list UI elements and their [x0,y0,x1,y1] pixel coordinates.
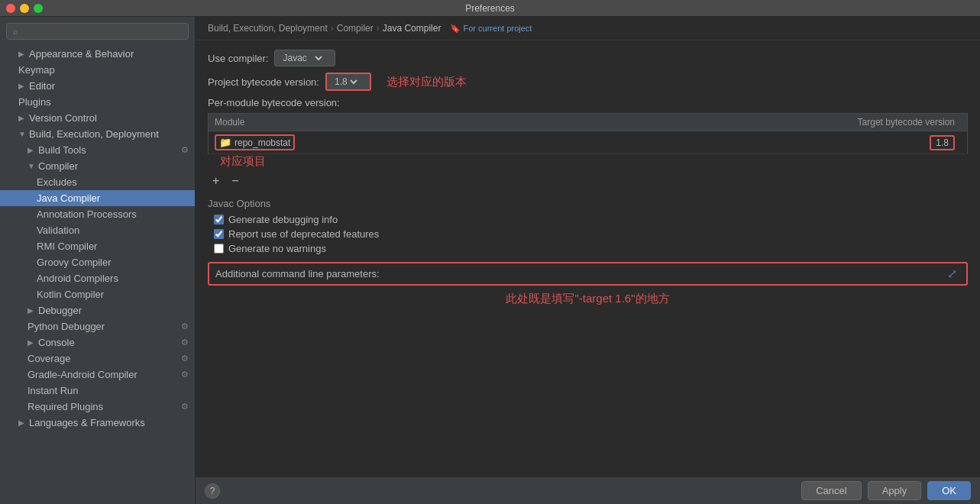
checkbox-deprecated[interactable] [214,229,224,239]
sidebar-item-java-compiler[interactable]: Java Compiler [0,190,195,206]
collapse-icon: ▼ [18,130,26,138]
table-row: 📁 repo_mobstat 1.8 [209,131,968,154]
javac-options-title: Javac Options [208,198,968,209]
sidebar-item-label: RMI Compiler [37,241,97,252]
sidebar-item-android-compilers[interactable]: Android Compilers [0,270,195,286]
sidebar-item-label: Groovy Compiler [37,257,112,268]
sidebar-item-keymap[interactable]: Keymap [0,62,195,78]
sidebar-item-compiler[interactable]: ▼ Compiler [0,158,195,174]
sidebar-item-languages[interactable]: ▶ Languages & Frameworks [0,415,195,431]
checkbox-deprecated-label[interactable]: Report use of deprecated features [228,228,379,240]
sidebar-item-editor[interactable]: ▶ Editor [0,78,195,94]
sidebar-item-label: Version Control [29,112,97,124]
sidebar-item-label: Plugins [18,96,51,108]
search-input[interactable] [21,26,182,37]
checkbox-warnings[interactable] [214,244,224,254]
window-title: Preferences [465,3,515,14]
sidebar-item-label: Validation [37,225,79,236]
breadcrumb-suffix: 🔖 For current project [450,24,532,34]
sidebar-item-required-plugins[interactable]: Required Plugins ⚙ [0,399,195,415]
params-input[interactable] [386,268,938,279]
cancel-button[interactable]: Cancel [801,481,861,500]
sidebar-item-excludes[interactable]: Excludes [0,174,195,190]
sidebar-item-build-tools[interactable]: ▶ Build Tools ⚙ [0,142,195,158]
sidebar-item-instant-run[interactable]: Instant Run [0,383,195,399]
collapse-icon: ▶ [27,338,35,347]
sidebar-item-label: Build Tools [38,144,86,156]
params-row: Additional command line parameters: ⤢ [208,262,968,286]
sidebar-item-python-debugger[interactable]: Python Debugger ⚙ [0,318,195,334]
sidebar-item-version-control[interactable]: ▶ Version Control [0,110,195,126]
sidebar-item-label: Java Compiler [37,192,100,204]
gear-icon: ⚙ [181,338,189,347]
collapse-icon: ▶ [27,306,35,315]
checkbox-row-warnings: Generate no warnings [208,243,968,254]
breadcrumb: Build, Execution, Deployment › Compiler … [196,17,980,40]
gear-icon: ⚙ [181,321,189,331]
sidebar-item-label: Build, Execution, Deployment [29,128,159,140]
collapse-icon: ▶ [18,50,26,58]
use-compiler-label: Use compiler: [208,53,268,64]
checkbox-debug-label[interactable]: Generate debugging info [228,214,338,225]
breadcrumb-sep1: › [331,23,334,34]
sidebar-item-plugins[interactable]: Plugins [0,94,195,110]
sidebar-item-label: Excludes [37,176,77,188]
content-panel: Build, Execution, Deployment › Compiler … [196,17,980,504]
params-label: Additional command line parameters: [215,268,380,279]
sidebar-item-rmi-compiler[interactable]: RMI Compiler [0,238,195,254]
project-bytecode-select-wrapper[interactable]: 1.8 1.7 1.6 [325,73,371,91]
collapse-icon: ▶ [18,114,26,122]
sidebar-item-console[interactable]: ▶ Console ⚙ [0,334,195,351]
checkbox-debug[interactable] [214,215,224,225]
sidebar-item-label: Console [38,337,75,348]
main-container: ⌕ ▶ Appearance & Behavior Keymap ▶ Edito… [0,17,980,504]
sidebar-item-label: Python Debugger [27,321,105,332]
maximize-button[interactable] [34,4,43,13]
folder-icon: 📁 [219,137,231,148]
sidebar-item-label: Appearance & Behavior [29,48,134,60]
sidebar-item-label: Required Plugins [27,401,103,412]
project-bytecode-row: Project bytecode version: 1.8 1.7 1.6 选择… [208,73,968,91]
module-cell: 📁 repo_mobstat [209,131,547,154]
gear-icon: ⚙ [181,354,189,363]
checkbox-row-debug: Generate debugging info [208,214,968,225]
apply-button[interactable]: Apply [868,481,922,500]
expand-icon[interactable]: ⤢ [944,267,960,281]
sidebar-item-coverage[interactable]: Coverage ⚙ [0,351,195,367]
checkbox-row-deprecated: Report use of deprecated features [208,228,968,240]
module-name: repo_mobstat [234,137,290,148]
breadcrumb-part1: Build, Execution, Deployment [208,23,328,34]
search-icon: ⌕ [13,27,18,36]
sidebar-item-label: Editor [29,80,55,92]
sidebar-item-label: Annotation Processors [37,208,137,220]
sidebar-item-appearance[interactable]: ▶ Appearance & Behavior [0,46,195,62]
sidebar-item-debugger[interactable]: ▶ Debugger [0,302,195,318]
sidebar-item-label: Instant Run [27,385,79,396]
sidebar-item-groovy-compiler[interactable]: Groovy Compiler [0,254,195,270]
sidebar-item-gradle-android[interactable]: Gradle-Android Compiler ⚙ [0,367,195,383]
search-box[interactable]: ⌕ [6,23,189,40]
bottom-bar: ? Cancel Apply OK [196,477,980,504]
project-bytecode-select[interactable]: 1.8 1.7 1.6 [332,76,360,88]
gear-icon: ⚙ [181,370,189,380]
sidebar-item-annotation-processors[interactable]: Annotation Processors [0,206,195,222]
sidebar-item-build-exec[interactable]: ▼ Build, Execution, Deployment [0,126,195,142]
sidebar-item-validation[interactable]: Validation [0,222,195,238]
module-table: Module Target bytecode version 📁 repo_mo… [208,113,968,154]
remove-module-button[interactable]: − [227,173,243,189]
close-button[interactable] [6,4,15,13]
minimize-button[interactable] [20,4,29,13]
sidebar-item-label: Android Compilers [37,273,118,284]
collapse-icon: ▶ [18,418,26,427]
sidebar-item-label: Gradle-Android Compiler [27,369,137,380]
ok-button[interactable]: OK [927,481,971,500]
table-controls: + − [208,173,968,189]
use-compiler-select-wrapper[interactable]: Javac Eclipse [274,50,335,66]
sidebar-item-label: Compiler [38,160,78,172]
checkbox-warnings-label[interactable]: Generate no warnings [228,243,326,254]
add-module-button[interactable]: + [208,173,224,189]
col-module: Module [209,114,547,131]
help-button[interactable]: ? [205,483,220,499]
use-compiler-select[interactable]: Javac Eclipse [280,52,325,64]
sidebar-item-kotlin-compiler[interactable]: Kotlin Compiler [0,286,195,302]
